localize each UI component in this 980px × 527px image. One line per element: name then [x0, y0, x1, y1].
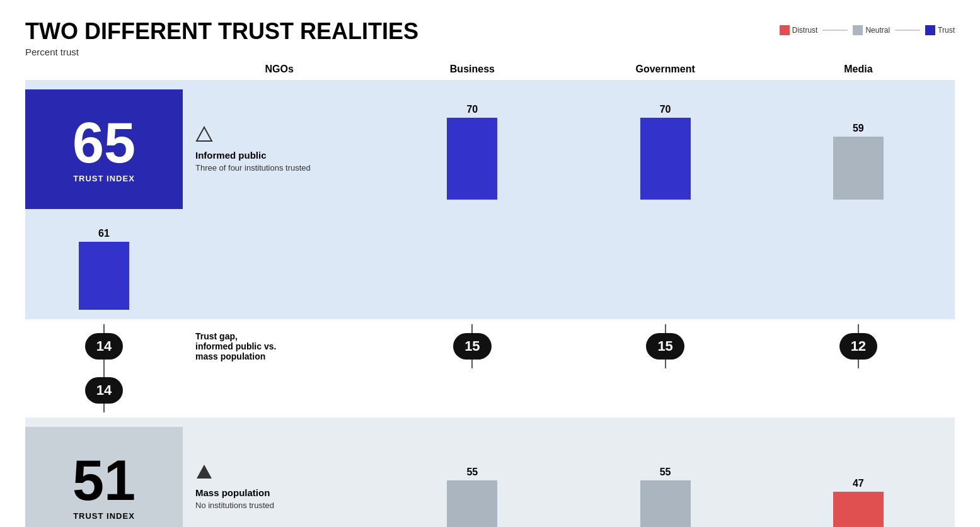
mass-trust-index-box: 51 TRUST INDEX	[25, 427, 183, 527]
informed-description: Informed public Three of four institutio…	[183, 126, 376, 173]
chart-area: 65 TRUST INDEX Informed public Three of …	[25, 80, 955, 527]
mass-government-bar	[833, 492, 884, 527]
neutral-label: Neutral	[865, 26, 890, 35]
informed-bar-business: 70	[569, 99, 762, 200]
informed-ngos-bar	[447, 118, 497, 200]
gap-business-value: 15	[646, 333, 684, 360]
gap-government-value: 12	[839, 333, 877, 360]
informed-government-bar	[833, 137, 884, 200]
gap-badge-government: 12	[762, 324, 955, 368]
gap-label-text: Trust gap, informed public vs. mass popu…	[195, 331, 363, 361]
svg-marker-1	[197, 465, 212, 479]
mass-bar-business: 55	[569, 436, 762, 527]
mass-government-value: 47	[853, 478, 864, 489]
mass-trust-label: TRUST INDEX	[73, 511, 135, 521]
column-headers: NGOs Business Government Media	[25, 64, 955, 80]
trust-color-box	[925, 25, 935, 35]
col-header-media: Media	[762, 64, 955, 80]
informed-trust-label: TRUST INDEX	[73, 174, 135, 183]
gap-ngos-value: 15	[453, 333, 491, 360]
mass-trust-number: 51	[72, 452, 135, 509]
distrust-label: Distrust	[792, 26, 818, 35]
gap-badge-media: 14	[25, 368, 183, 412]
mass-row: 51 TRUST INDEX Mass population No instit…	[25, 417, 955, 527]
neutral-color-box	[853, 25, 863, 35]
col-header-empty	[25, 64, 183, 80]
legend-distrust: Distrust	[780, 25, 818, 35]
page: TWO DIFFERENT TRUST REALITIES Percent tr…	[0, 0, 980, 527]
informed-media-value: 61	[98, 228, 110, 239]
mass-bar-ngos: 55	[376, 436, 568, 527]
main-title: TWO DIFFERENT TRUST REALITIES	[25, 19, 418, 44]
legend-connector	[822, 30, 848, 31]
mass-desc-subtitle: No institutions trusted	[195, 501, 369, 510]
gap-index-cell: 14	[25, 324, 183, 368]
informed-desc-subtitle: Three of four institutions trusted	[195, 163, 369, 173]
informed-business-bar	[640, 118, 691, 200]
col-header-ngos: NGOs	[183, 64, 376, 80]
informed-government-value: 59	[853, 123, 864, 134]
informed-ngos-value: 70	[466, 104, 478, 115]
legend-connector2	[895, 30, 920, 31]
informed-bar-ngos: 70	[376, 99, 568, 200]
gap-badge-business: 15	[569, 324, 762, 368]
informed-bar-media: 61	[25, 209, 183, 310]
header-left: TWO DIFFERENT TRUST REALITIES Percent tr…	[25, 19, 418, 57]
gap-row: 14 Trust gap, informed public vs. mass p…	[25, 319, 955, 417]
subtitle: Percent trust	[25, 47, 418, 57]
gap-label-cell: Trust gap, informed public vs. mass popu…	[183, 331, 376, 361]
legend-trust: Trust	[925, 25, 955, 35]
mass-triangle-icon	[195, 463, 369, 484]
mass-business-bar	[640, 480, 691, 527]
gap-media-value: 14	[85, 377, 123, 404]
distrust-color-box	[780, 25, 790, 35]
mass-desc-title: Mass population	[195, 487, 369, 498]
mass-business-value: 55	[660, 467, 671, 478]
informed-row: 65 TRUST INDEX Informed public Three of …	[25, 80, 955, 319]
mass-ngos-value: 55	[466, 467, 478, 478]
informed-trust-number: 65	[72, 115, 135, 171]
mass-bar-government: 47	[762, 436, 955, 527]
col-header-government: Government	[569, 64, 762, 80]
gap-index-badge: 14	[85, 333, 123, 360]
informed-desc-title: Informed public	[195, 150, 369, 161]
informed-triangle-icon	[195, 126, 369, 146]
legend-neutral: Neutral	[853, 25, 890, 35]
informed-trust-index-box: 65 TRUST INDEX	[25, 89, 183, 209]
mass-description: Mass population No institutions trusted	[183, 463, 376, 510]
svg-marker-0	[197, 127, 212, 141]
col-header-business: Business	[376, 64, 568, 80]
informed-bar-government: 59	[762, 99, 955, 200]
legend: Distrust Neutral Trust	[780, 25, 955, 35]
gap-badge-ngos: 15	[376, 324, 568, 368]
header: TWO DIFFERENT TRUST REALITIES Percent tr…	[25, 19, 955, 57]
informed-business-value: 70	[660, 104, 671, 115]
trust-label: Trust	[938, 26, 955, 35]
informed-media-bar	[79, 242, 129, 310]
mass-ngos-bar	[447, 480, 497, 527]
